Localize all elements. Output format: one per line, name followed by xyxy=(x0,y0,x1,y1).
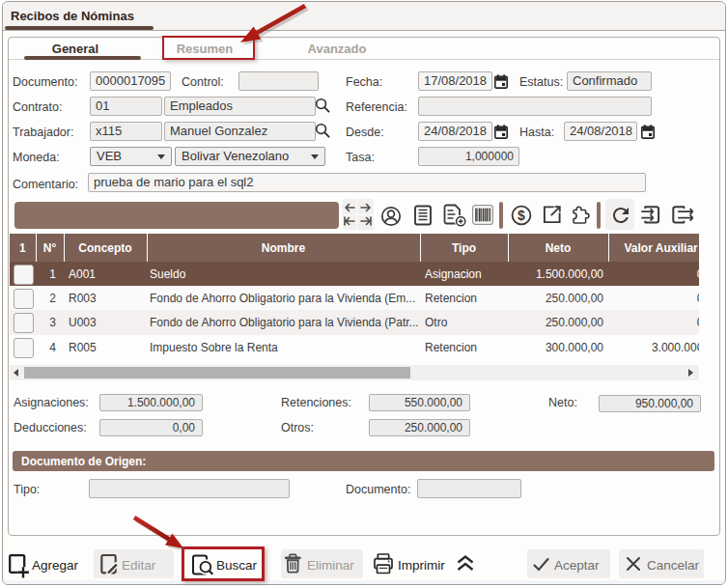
svg-text:$: $ xyxy=(518,208,525,223)
